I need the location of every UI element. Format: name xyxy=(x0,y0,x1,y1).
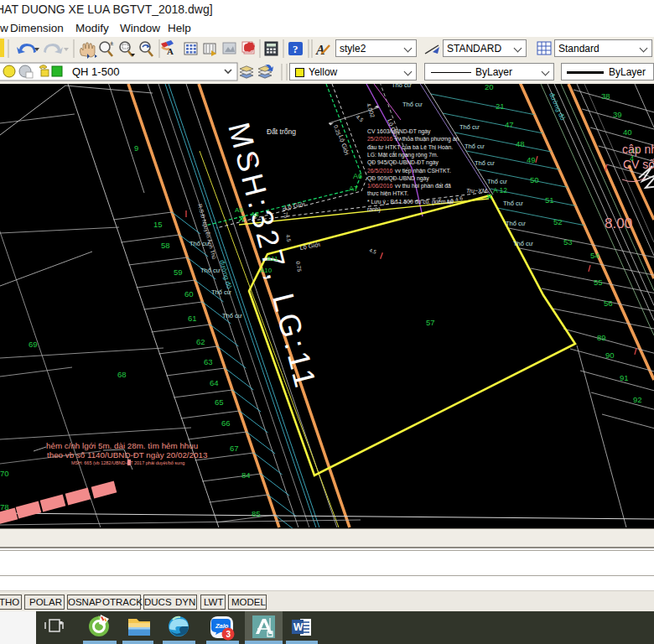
svg-text:38: 38 xyxy=(601,91,610,101)
svg-text:4.5: 4.5 xyxy=(369,247,378,255)
svg-text:QH 1-500: QH 1-500 xyxy=(72,65,119,78)
svg-text:Lộ Giới: Lộ Giới xyxy=(299,241,321,252)
svg-text:3: 3 xyxy=(226,630,231,639)
svg-text:58: 58 xyxy=(161,241,170,250)
svg-text:Thổ cư: Thổ cư xyxy=(392,84,412,89)
svg-text:68: 68 xyxy=(117,370,127,379)
svg-text:ranh): ranh) xyxy=(367,206,381,213)
svg-text:70: 70 xyxy=(0,469,9,478)
svg-text:Thổ cư: Thổ cư xyxy=(465,143,485,150)
svg-text:* Lưu ý : Bđ 1.500 đo cũ. (kiể: * Lưu ý : Bđ 1.500 đo cũ. (kiểm lại xyxy=(367,199,454,205)
svg-text:9: 9 xyxy=(134,143,138,153)
svg-text:89: 89 xyxy=(597,333,606,342)
svg-text:đầu tư HTKT của bà Lê Thị Hoàn: đầu tư HTKT của bà Lê Thị Hoàn. xyxy=(367,143,453,150)
svg-text:vv tiếp nhận CSHTKT.: vv tiếp nhận CSHTKT. xyxy=(395,167,451,174)
svg-text:61: 61 xyxy=(188,314,197,323)
svg-text:A9: A9 xyxy=(235,206,243,214)
svg-text:Thổ cư: Thổ cư xyxy=(200,267,221,274)
svg-text:49: 49 xyxy=(527,155,536,164)
svg-text:thực hiện HTKT.: thực hiện HTKT. xyxy=(367,190,408,196)
svg-text:4: 4 xyxy=(630,154,634,163)
svg-text:55: 55 xyxy=(594,278,603,287)
svg-text:85: 85 xyxy=(252,509,261,518)
svg-text:84: 84 xyxy=(241,470,251,480)
svg-text:R.S.Đ Nguyễn Ánh Thủ: R.S.Đ Nguyễn Ánh Thủ xyxy=(196,203,218,260)
svg-text:0.75: 0.75 xyxy=(295,261,303,273)
svg-text:Thổ cư: Thổ cư xyxy=(189,240,210,247)
svg-text:21: 21 xyxy=(496,101,505,111)
svg-text:cập nh: cập nh xyxy=(622,143,654,156)
svg-text:4.002: 4.002 xyxy=(366,102,376,118)
svg-text:54: 54 xyxy=(590,251,600,260)
svg-text:60: 60 xyxy=(184,289,194,299)
svg-text:57: 57 xyxy=(426,318,435,327)
svg-text:1/06/2016: 1/06/2016 xyxy=(367,183,392,189)
svg-text:Đất trống: Đất trống xyxy=(267,127,296,136)
svg-text:Thổ cư: Thổ cư xyxy=(402,101,423,108)
svg-text:25/2/2016: 25/2/2016 xyxy=(367,136,392,142)
svg-text:15: 15 xyxy=(153,220,163,229)
svg-text:A7: A7 xyxy=(349,184,358,193)
svg-text:A: A xyxy=(315,43,325,57)
svg-text:hẻm c/nh lgới 5m. dài 28m. tìm: hẻm c/nh lgới 5m. dài 28m. tìm hẻm hhuu xyxy=(46,441,198,450)
svg-text:20: 20 xyxy=(485,84,494,91)
svg-text:47: 47 xyxy=(505,120,514,129)
svg-text:91: 91 xyxy=(620,373,629,382)
svg-text:Thổ cư: Thổ cư xyxy=(475,159,495,167)
svg-text:Thổ cư: Thổ cư xyxy=(503,200,523,207)
svg-text:A6: A6 xyxy=(353,172,362,180)
svg-text:Thổ cư: Thổ cư xyxy=(222,312,242,319)
svg-text:Thổ cư: Thổ cư xyxy=(487,178,507,185)
svg-text:W: W xyxy=(293,621,304,633)
svg-text:66: 66 xyxy=(221,418,231,428)
svg-text:2017 phải duyệt/bổ sung: 2017 phải duyệt/bổ sung xyxy=(134,460,184,465)
svg-text:50: 50 xyxy=(530,175,539,184)
svg-text:A11: A11 xyxy=(267,255,278,262)
svg-text:CV 1603/UBND-ĐT ngày: CV 1603/UBND-ĐT ngày xyxy=(367,128,431,135)
svg-text:A 12: A 12 xyxy=(493,186,507,195)
svg-text:QĐ 945/QĐ-UBND-ĐT ngày: QĐ 945/QĐ-UBND-ĐT ngày xyxy=(367,159,439,166)
svg-text:40: 40 xyxy=(623,127,632,137)
svg-text:LG: Mặt cắt ngang rộng 7m.: LG: Mặt cắt ngang rộng 7m. xyxy=(367,151,439,158)
svg-text:26/5/2016: 26/5/2016 xyxy=(367,168,392,174)
svg-text:64: 64 xyxy=(210,378,219,387)
svg-text:39: 39 xyxy=(613,110,622,119)
svg-text:A8: A8 xyxy=(251,210,259,218)
svg-text:59: 59 xyxy=(174,267,183,277)
svg-text:63: 63 xyxy=(204,357,213,366)
svg-text:Thổ cư: Thổ cư xyxy=(211,288,231,296)
svg-text:CV số: CV số xyxy=(623,158,654,171)
svg-text:Thổ cư: Thổ cư xyxy=(459,123,480,131)
svg-text:53: 53 xyxy=(563,237,573,247)
svg-text:A: A xyxy=(167,46,174,56)
svg-text:đường đỏ: đường đỏ xyxy=(218,259,233,290)
svg-text:Tru~XM: Tru~XM xyxy=(466,188,487,194)
svg-text:Thổ cư: Thổ cư xyxy=(513,240,533,247)
svg-text:QĐ 909/QĐ-UBND ngày: QĐ 909/QĐ-UBND ngày xyxy=(367,175,429,182)
svg-text:51: 51 xyxy=(545,195,554,205)
svg-text:78: 78 xyxy=(0,502,9,512)
svg-text:52: 52 xyxy=(553,217,563,226)
svg-text:48: 48 xyxy=(516,139,525,148)
svg-text:A10: A10 xyxy=(260,267,272,274)
svg-text:8.00: 8.00 xyxy=(605,216,632,231)
svg-text:67: 67 xyxy=(230,444,239,453)
svg-text:vv thu hồi phần đất đã: vv thu hồi phần đất đã xyxy=(395,182,451,190)
svg-text:65: 65 xyxy=(215,397,224,407)
svg-text:Lộ Giới: Lộ Giới xyxy=(337,134,350,156)
svg-text:90: 90 xyxy=(605,351,615,360)
svg-text:Thổ cư: Thổ cư xyxy=(506,220,526,227)
svg-text:MSH: 665 (vb 1282/UBND-ĐT: MSH: 665 (vb 1282/UBND-ĐT xyxy=(71,460,133,465)
svg-text:?: ? xyxy=(293,43,298,55)
svg-text:62: 62 xyxy=(196,337,205,346)
svg-text:vv thỏa thuận phương án: vv thỏa thuận phương án xyxy=(395,136,459,143)
svg-text:92: 92 xyxy=(633,395,642,404)
svg-text:theo vb số 1140/UBND-ĐT ngày 2: theo vb số 1140/UBND-ĐT ngày 20/02/2013 xyxy=(47,450,208,460)
svg-text:đường đỏ: đường đỏ xyxy=(548,91,567,122)
svg-text:56: 56 xyxy=(604,299,613,308)
svg-text:69: 69 xyxy=(29,340,38,349)
svg-text:4.5: 4.5 xyxy=(355,113,365,122)
svg-text:±: ± xyxy=(110,39,114,47)
